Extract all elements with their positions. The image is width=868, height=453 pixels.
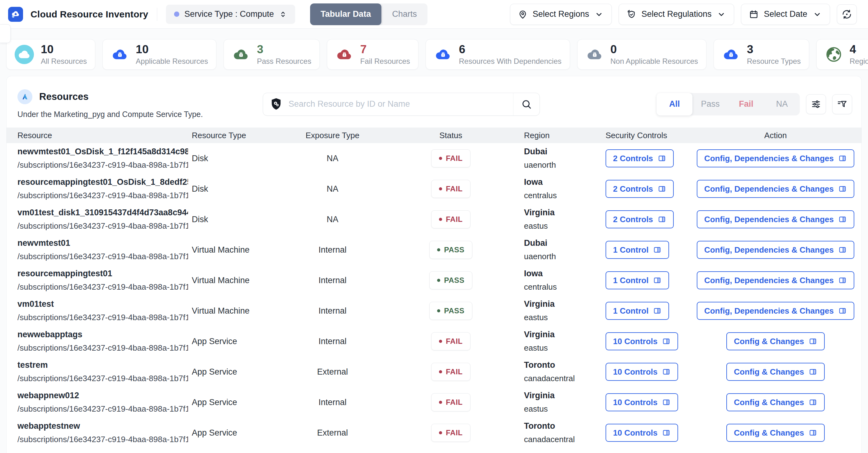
resource-path: /subscriptions/16e34237-c919-4baa-898a-1…	[18, 313, 188, 322]
status-badge: FAIL	[431, 180, 470, 198]
action-button[interactable]: Config, Dependencies & Changes	[697, 271, 854, 289]
left-edge-tab[interactable]	[0, 24, 10, 43]
action-button[interactable]: Config, Dependencies & Changes	[697, 149, 854, 167]
controls-label: 2 Controls	[613, 154, 653, 163]
status-dot-icon	[439, 340, 442, 343]
panel-icon	[653, 306, 661, 315]
controls-label: 10 Controls	[613, 337, 657, 346]
region-city: Virginia	[524, 330, 606, 339]
service-type-select[interactable]: Service Type : Compute	[166, 5, 295, 24]
resource-path: /subscriptions/16e34237-c919-4baa-898a-1…	[18, 404, 188, 414]
action-cell: Config & Changes	[690, 363, 862, 381]
stat-label: Non Applicable Resources	[611, 57, 698, 66]
stat-card-all-resources: 10All Resources	[6, 39, 95, 70]
region-code: eastus	[524, 404, 606, 414]
shield-gear-icon	[270, 97, 282, 111]
search-button[interactable]	[514, 93, 539, 116]
controls-cell: 1 Control	[606, 302, 690, 320]
region-city: Dubai	[524, 147, 606, 157]
controls-button[interactable]: 2 Controls	[606, 149, 674, 167]
action-button[interactable]: Config & Changes	[726, 424, 825, 442]
filter-button[interactable]	[832, 94, 852, 114]
action-cell: Config & Changes	[690, 332, 862, 350]
resource-name: newvmtest01	[18, 238, 188, 248]
search-input[interactable]	[289, 99, 513, 109]
select-regions-dropdown[interactable]: Select Regions	[510, 4, 612, 25]
region-code: centralus	[524, 282, 606, 292]
resource-type-cell: App Service	[192, 367, 287, 377]
controls-button[interactable]: 10 Controls	[606, 332, 678, 350]
resource-type-cell: Virtual Machine	[192, 306, 287, 316]
status-tab-all[interactable]: All	[657, 93, 692, 116]
controls-button[interactable]: 1 Control	[606, 302, 669, 320]
controls-cell: 10 Controls	[606, 363, 690, 381]
region-code: eastus	[524, 343, 606, 353]
status-badge: FAIL	[431, 210, 470, 228]
table-row: resourcemappingtest01/subscriptions/16e3…	[6, 265, 862, 296]
status-tab-fail[interactable]: Fail	[728, 93, 764, 116]
resource-type-cell: Disk	[192, 154, 287, 163]
action-button[interactable]: Config, Dependencies & Changes	[697, 302, 854, 320]
resource-cell: vm01test_disk1_310915437d4f4d73aa8c944e4…	[6, 208, 192, 231]
resource-cell: newvmtest01_OsDisk_1_f12f145a8d314c988e5…	[6, 147, 192, 170]
action-button[interactable]: Config, Dependencies & Changes	[697, 180, 854, 198]
action-button[interactable]: Config, Dependencies & Changes	[697, 241, 854, 259]
region-code: canadacentral	[524, 374, 606, 383]
view-tab-charts[interactable]: Charts	[381, 3, 428, 25]
panel-title: Resources	[39, 91, 89, 102]
status-tab-na[interactable]: NA	[764, 93, 800, 116]
controls-button[interactable]: 2 Controls	[606, 210, 674, 228]
resource-cell: newwebapptags/subscriptions/16e34237-c91…	[6, 330, 192, 353]
region-cell: Iowacentralus	[524, 269, 606, 292]
select-caret-icon	[279, 10, 287, 19]
stat-label: Resource Types	[747, 57, 801, 66]
sync-button[interactable]	[837, 4, 857, 24]
resource-type-cell: App Service	[192, 428, 287, 438]
status-badge: FAIL	[431, 149, 470, 167]
resource-cell: testrem/subscriptions/16e34237-c919-4baa…	[6, 360, 192, 383]
action-label: Config, Dependencies & Changes	[704, 154, 834, 163]
action-label: Config, Dependencies & Changes	[704, 306, 834, 316]
controls-button[interactable]: 1 Control	[606, 241, 669, 259]
adjustments-button[interactable]	[806, 94, 826, 114]
stat-card-non-applicable-resources: 0Non Applicable Resources	[577, 39, 707, 70]
status-filter-tabs: AllPassFailNA	[657, 93, 800, 116]
region-cell: Torontocanadacentral	[524, 421, 606, 444]
exposure-type-cell: External	[287, 428, 378, 438]
controls-button[interactable]: 10 Controls	[606, 393, 678, 411]
status-tab-pass[interactable]: Pass	[692, 93, 728, 116]
action-button[interactable]: Config & Changes	[726, 332, 825, 350]
controls-button[interactable]: 1 Control	[606, 271, 669, 289]
controls-button[interactable]: 10 Controls	[606, 363, 678, 381]
stat-label: Regions	[849, 57, 868, 66]
stat-label: All Resources	[41, 57, 87, 66]
region-city: Dubai	[524, 238, 606, 248]
status-dot-icon	[439, 431, 442, 434]
region-city: Virginia	[524, 208, 606, 218]
action-button[interactable]: Config & Changes	[726, 363, 825, 381]
controls-button[interactable]: 10 Controls	[606, 424, 678, 442]
region-cell: Iowacentralus	[524, 177, 606, 200]
select-date-dropdown[interactable]: Select Date	[741, 4, 830, 25]
region-cell: Virginiaeastus	[524, 330, 606, 353]
panel-icon	[653, 276, 661, 285]
action-button[interactable]: Config, Dependencies & Changes	[697, 210, 854, 228]
chevron-down-icon	[812, 9, 822, 19]
panel-icon	[838, 154, 847, 163]
action-label: Config, Dependencies & Changes	[704, 215, 834, 224]
resource-name: webappnew012	[18, 391, 188, 400]
controls-button[interactable]: 2 Controls	[606, 180, 674, 198]
cloud-icon	[14, 45, 34, 64]
action-cell: Config, Dependencies & Changes	[690, 241, 862, 259]
controls-label: 1 Control	[613, 276, 649, 285]
table-row: newvmtest01/subscriptions/16e34237-c919-…	[6, 235, 862, 265]
status-cell: FAIL	[378, 424, 524, 442]
view-tab-tabular-data[interactable]: Tabular Data	[310, 3, 382, 25]
stat-card-applicable-resources: 10Applicable Resources	[102, 39, 216, 70]
shield-icon	[626, 9, 637, 19]
action-button[interactable]: Config & Changes	[726, 393, 825, 411]
table-row: webapptestnew/subscriptions/16e34237-c91…	[6, 418, 862, 448]
select-date-label: Select Date	[764, 9, 807, 19]
controls-cell: 1 Control	[606, 241, 690, 259]
select-regulations-dropdown[interactable]: Select Regulations	[619, 4, 734, 25]
